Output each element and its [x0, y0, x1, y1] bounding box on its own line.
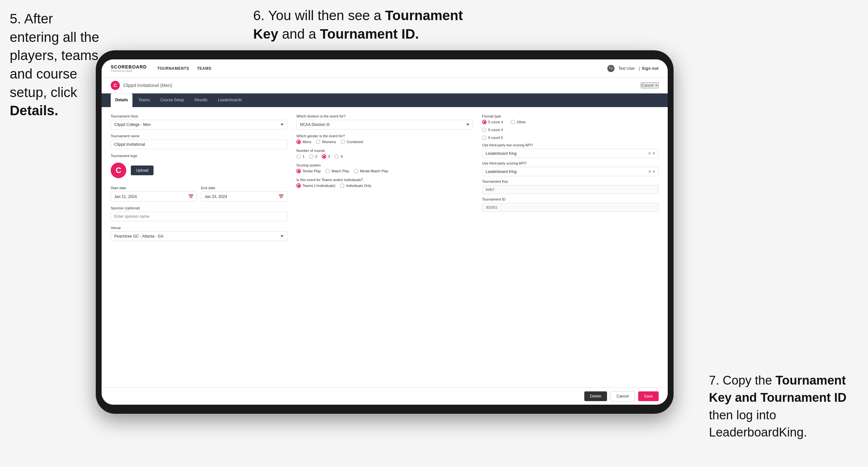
gender-mens-radio[interactable] — [297, 139, 301, 144]
scoring-match[interactable]: Match Play — [325, 169, 349, 173]
delete-button[interactable]: Delete — [584, 392, 607, 401]
rounds-3-radio[interactable] — [322, 154, 326, 159]
nav-signout[interactable]: Sign out — [642, 66, 659, 71]
annotation-step6-bold2: Tournament ID. — [320, 26, 419, 41]
save-button[interactable]: Save — [638, 392, 659, 401]
annotation-step6-text: 6. You will then see a — [253, 8, 385, 23]
gender-womens[interactable]: Womens — [316, 139, 336, 144]
tab-details[interactable]: Details — [111, 93, 132, 107]
start-date-label: Start date — [111, 186, 197, 190]
annotation-step6-and: and a — [278, 26, 320, 41]
annotation-step7-rest: then log into LeaderboardKing. — [709, 408, 807, 439]
end-date-group: End date Jan 23, 2024 📅 — [201, 186, 287, 201]
gender-womens-radio[interactable] — [316, 139, 320, 144]
venue-select[interactable]: Peachtree GC - Atlanta - GA — [111, 231, 287, 241]
tablet-shell: SCOREBOARD Powered by clippd TOURNAMENTS… — [96, 50, 674, 414]
rounds-3[interactable]: 3 — [322, 154, 330, 159]
third-party2-group: Use third-party scoring API? Leaderboard… — [482, 161, 659, 176]
tab-course-setup[interactable]: Course Setup — [156, 93, 189, 107]
host-select[interactable]: Clippd College - Men — [111, 120, 287, 129]
start-date-field[interactable]: Jan 21, 2024 📅 — [111, 191, 197, 201]
tournament-id-value: 302051 — [482, 203, 659, 212]
rounds-4-radio[interactable] — [334, 154, 339, 159]
sponsor-group: Sponsor (optional) — [111, 206, 287, 221]
rounds-2[interactable]: 2 — [309, 154, 317, 159]
annotation-step6: 6. You will then see a Tournament Key an… — [253, 6, 480, 43]
tablet-screen: SCOREBOARD Powered by clippd TOURNAMENTS… — [102, 59, 668, 405]
tab-results[interactable]: Results — [190, 93, 212, 107]
form-column-1: Tournament Host Clippd College - Men Tou… — [111, 114, 287, 241]
scoring-radio-group: Stroke Play Match Play Medal Match Play — [297, 169, 473, 173]
nav-user-label: Test User — [618, 66, 635, 71]
tournament-title: Clippd Invitational (Men) — [123, 83, 172, 88]
end-date-value: Jan 23, 2024 — [205, 194, 227, 199]
format-radio-row2: 6 count 4 — [482, 128, 659, 132]
end-date-field[interactable]: Jan 23, 2024 📅 — [201, 191, 287, 201]
format-other-radio[interactable] — [510, 120, 515, 124]
rounds-1[interactable]: 1 — [297, 154, 305, 159]
third-party2-input[interactable]: Leaderboard King ✕ ▾ — [482, 167, 659, 176]
annotation-step5-bold: Details. — [10, 103, 58, 118]
upload-button[interactable]: Upload — [131, 165, 154, 175]
third-party2-clear[interactable]: ✕ ▾ — [648, 169, 655, 174]
top-nav: SCOREBOARD Powered by clippd TOURNAMENTS… — [102, 59, 668, 77]
tournament-logo-c: C — [111, 81, 120, 90]
cancel-tournament-button[interactable]: Cancel ✕ — [641, 83, 659, 88]
nav-teams[interactable]: TEAMS — [197, 66, 212, 71]
scoring-medal[interactable]: Medal Match Play — [354, 169, 388, 173]
sponsor-label: Sponsor (optional) — [111, 206, 287, 210]
teams-plus-individuals[interactable]: Teams (+Individuals) — [297, 183, 335, 188]
third-party1-clear[interactable]: ✕ ▾ — [648, 151, 655, 156]
rounds-label: Number of rounds — [297, 149, 473, 153]
rounds-radio-group: 1 2 3 4 — [297, 154, 473, 159]
rounds-2-radio[interactable] — [309, 154, 314, 159]
tournament-key-label: Tournament Key — [482, 180, 659, 183]
format-5count4[interactable]: 5 count 4 — [482, 120, 503, 124]
tab-bar: Details Teams Course Setup Results Leade… — [102, 93, 668, 107]
tournament-name-input[interactable] — [111, 139, 287, 149]
individuals-only[interactable]: Individuals Only — [340, 183, 371, 188]
third-party1-label: Use third-party live scoring API? — [482, 143, 659, 147]
division-label: Which division is the event for? — [297, 114, 473, 118]
format-6count4-radio[interactable] — [482, 128, 487, 132]
format-group: Format type 5 count 4 Other — [482, 114, 659, 140]
footer-bar: Delete Cancel Save — [102, 387, 668, 405]
footer-cancel-button[interactable]: Cancel — [610, 391, 634, 401]
third-party1-input[interactable]: Leaderboard King ✕ ▾ — [482, 149, 659, 158]
teams-plus-radio[interactable] — [297, 183, 301, 188]
format-radio-row1: 5 count 4 Other — [482, 120, 659, 124]
individuals-only-radio[interactable] — [340, 183, 344, 188]
tab-teams[interactable]: Teams — [134, 93, 154, 107]
format-6count5[interactable]: 6 count 5 — [482, 135, 503, 140]
division-select[interactable]: NCAA Division III — [297, 120, 473, 129]
rounds-4[interactable]: 4 — [334, 154, 342, 159]
annotation-step7-text: 7. Copy the — [709, 374, 775, 387]
sponsor-input[interactable] — [111, 212, 287, 221]
scoring-match-radio[interactable] — [325, 169, 330, 173]
form-column-2: Which division is the event for? NCAA Di… — [297, 114, 473, 241]
main-content: Tournament Host Clippd College - Men Tou… — [102, 107, 668, 387]
format-other[interactable]: Other — [510, 120, 526, 124]
teams-group: Is this event for Teams and/or Individua… — [297, 178, 473, 188]
scoring-label: Scoring system — [297, 163, 473, 167]
host-group: Tournament Host Clippd College - Men — [111, 114, 287, 129]
scoring-stroke[interactable]: Stroke Play — [297, 169, 321, 173]
format-6count4[interactable]: 6 count 4 — [482, 128, 503, 132]
logo-upload-area: C Upload — [111, 159, 287, 181]
format-6count5-radio[interactable] — [482, 135, 487, 140]
calendar-icon-start: 📅 — [188, 194, 193, 199]
scoring-stroke-radio[interactable] — [297, 169, 301, 173]
scoring-medal-radio[interactable] — [354, 169, 359, 173]
gender-combined-radio[interactable] — [341, 139, 345, 144]
tab-leaderboards[interactable]: Leaderboards — [213, 93, 246, 107]
tournament-header: C Clippd Invitational (Men) Cancel ✕ — [102, 77, 668, 93]
gender-mens[interactable]: Mens — [297, 139, 311, 144]
gender-combined[interactable]: Combined — [341, 139, 363, 144]
third-party1-value: Leaderboard King — [486, 151, 517, 156]
nav-tournaments[interactable]: TOURNAMENTS — [157, 66, 189, 71]
tournament-id-group: Tournament ID 302051 — [482, 197, 659, 212]
rounds-1-radio[interactable] — [297, 154, 301, 159]
brand-sub: Powered by clippd — [111, 69, 147, 72]
nav-user-icon: TU — [607, 65, 615, 72]
format-5count4-radio[interactable] — [482, 120, 487, 124]
